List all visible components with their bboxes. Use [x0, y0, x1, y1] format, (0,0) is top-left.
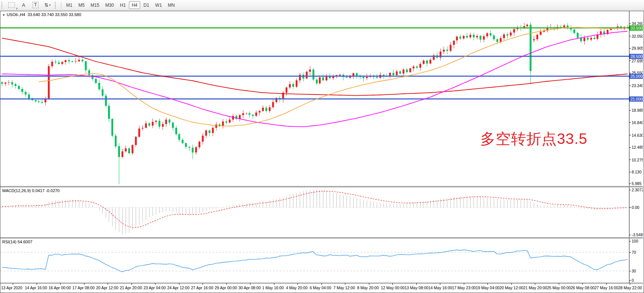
time-axis-label: 17 May 23:00	[452, 286, 476, 290]
time-tick	[321, 283, 322, 285]
macd-axis[interactable]: 2.30720.00-3.5484	[629, 187, 643, 237]
axis-tick-label: 18.985	[632, 108, 643, 112]
timeframe-m30[interactable]: M30	[103, 1, 117, 9]
time-tick	[60, 283, 61, 285]
axis-tick-label: -3.5484	[632, 232, 643, 237]
axis-tick	[629, 135, 631, 135]
timeframe-h1[interactable]: H1	[117, 1, 128, 9]
rsi-panel[interactable]: RSI(14) 54.6007 10070300	[0, 238, 643, 283]
macd-label: MACD(12,26,9) 0.0417 -0.0270	[2, 188, 59, 193]
rsi-label: RSI(14) 54.6007	[2, 240, 33, 244]
ohlc-values: 33.640 33.740 33.550 33.580	[28, 12, 81, 17]
macd-plot[interactable]	[0, 187, 629, 239]
timeframe-h4[interactable]: H4	[129, 1, 140, 9]
dropdown-caret-icon[interactable]: ▾	[49, 3, 50, 7]
axis-tick-label: 29.905	[632, 46, 643, 50]
time-axis-label: 20 May 12:00	[500, 286, 524, 290]
time-tick	[582, 283, 583, 285]
toolbar-grip[interactable]	[55, 2, 57, 9]
time-axis-label: 12 May 00:00	[381, 286, 405, 290]
timeframe-d1[interactable]: D1	[141, 1, 152, 9]
axis-tick-label: 23.340	[632, 83, 643, 88]
time-axis-label: 8 May 20:00	[357, 286, 379, 290]
time-tick	[274, 283, 274, 285]
time-axis-label: 29 Apr 00:00	[215, 286, 237, 290]
time-tick	[606, 283, 607, 285]
timeframe-m1[interactable]: M1	[64, 1, 75, 9]
freehand-selection-icon[interactable]: F	[6, 1, 18, 9]
axis-tick-label: 0	[632, 278, 634, 283]
axis-tick-label: 27.695	[632, 59, 643, 63]
timeframe-m15[interactable]: M15	[88, 1, 102, 9]
axis-tick-label: 70	[632, 250, 636, 255]
timeframe-w1[interactable]: W1	[152, 1, 164, 9]
price-plot[interactable]	[0, 11, 629, 188]
time-axis-label: 26 May 08:00	[571, 286, 595, 290]
dotted-box-icon	[8, 2, 15, 8]
axis-tick	[629, 235, 631, 235]
time-tick	[37, 283, 37, 285]
axis-tick	[629, 241, 631, 241]
time-tick	[392, 283, 393, 285]
price-panel[interactable]: ▼USOil-,H4 33.640 33.740 33.550 33.580 多…	[0, 11, 643, 186]
macd-panel[interactable]: MACD(12,26,9) 0.0417 -0.0270 2.30720.00-…	[0, 187, 643, 237]
price-line-badge: 33.500	[629, 25, 643, 31]
toolbar-separator	[61, 1, 61, 9]
toolbar-grip[interactable]	[1, 2, 3, 9]
timeframe-buttons: M1M5M15M30H1H4D1W1MN	[63, 1, 178, 9]
time-axis[interactable]: 13 Apr 202014 Apr 16:0016 Apr 00:0017 Ap…	[0, 283, 643, 292]
time-tick	[630, 283, 630, 285]
arrows-tool-icon[interactable]: ⇅ ▾	[41, 1, 53, 9]
text-label-tool-icon[interactable]: T	[30, 1, 41, 9]
time-axis-label: 19 May 04:00	[476, 286, 500, 290]
time-tick	[416, 283, 417, 285]
time-axis-label: 16 Apr 00:00	[49, 286, 71, 290]
axis-tick-label: 5.985	[632, 181, 641, 186]
text-tool-icon[interactable]: A	[18, 1, 30, 9]
axis-tick	[629, 73, 631, 73]
text-label-glyph: T	[33, 2, 38, 8]
price-axis[interactable]: 34.26032.05029.90527.69525.55023.34018.9…	[629, 11, 643, 186]
price-line-badge: 28.500	[629, 54, 643, 59]
price-line-badge: 25.000	[629, 74, 643, 79]
time-tick	[345, 283, 345, 285]
axis-tick-label: 12.485	[632, 145, 643, 149]
time-axis-label: 7 May 12:00	[333, 286, 355, 290]
axis-tick	[629, 172, 631, 172]
axis-tick-label: 8.130	[632, 170, 641, 174]
axis-tick-label: 10.275	[632, 158, 643, 162]
axis-tick	[629, 271, 631, 271]
axis-tick-label: 30	[632, 269, 636, 273]
chart-annotation-text: 多空转折点33.5	[480, 129, 588, 149]
time-tick	[487, 283, 488, 285]
axis-tick	[629, 190, 631, 190]
time-tick	[84, 283, 84, 285]
axis-tick	[629, 280, 631, 281]
rsi-plot[interactable]	[0, 238, 629, 284]
time-tick	[440, 283, 440, 285]
time-tick	[559, 283, 559, 285]
time-axis-label: 21 Apr 20:00	[120, 286, 142, 290]
axis-tick	[629, 86, 631, 86]
time-tick	[464, 283, 464, 285]
time-axis-label: 24 Apr 12:00	[167, 286, 190, 290]
symbol-period-label: USOil-,H4	[7, 12, 25, 17]
timeframe-m5[interactable]: M5	[76, 1, 87, 9]
time-tick	[511, 283, 512, 285]
time-axis-label: 13 May 08:00	[405, 286, 429, 290]
timeframe-mn[interactable]: MN	[165, 1, 178, 9]
axis-tick	[629, 36, 631, 36]
chart-window: ▼USOil-,H4 33.640 33.740 33.550 33.580 多…	[0, 11, 644, 293]
time-tick	[179, 283, 179, 285]
time-tick	[535, 283, 535, 285]
rsi-axis[interactable]: 10070300	[629, 238, 643, 283]
time-axis-label: 20 Apr 12:00	[96, 286, 118, 290]
time-axis-label: 21 May 20:00	[523, 286, 547, 290]
axis-tick-label: 32.050	[632, 34, 643, 38]
axis-tick-label: 2.3072	[632, 188, 643, 192]
symbol-dropdown-icon[interactable]: ▼	[2, 13, 5, 17]
time-axis-label: 23 Apr 04:00	[144, 286, 166, 290]
axis-tick	[629, 183, 631, 184]
time-axis-label: 1 May 16:00	[262, 286, 284, 290]
axis-tick-label: 16.840	[632, 120, 643, 125]
